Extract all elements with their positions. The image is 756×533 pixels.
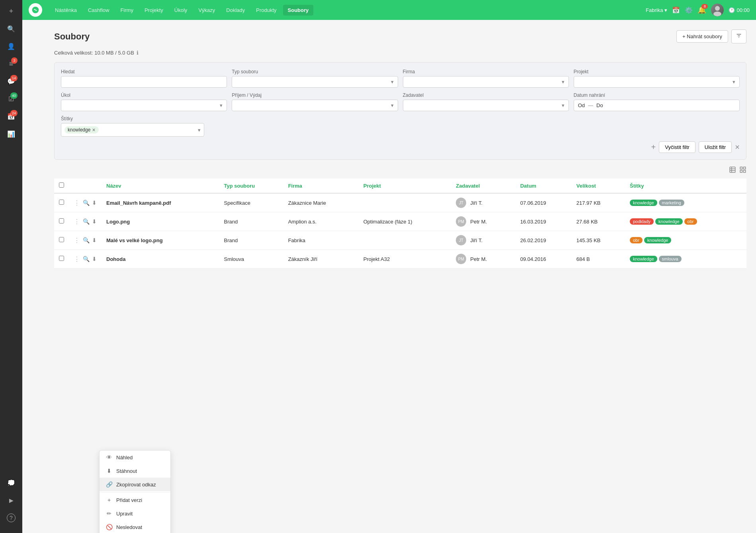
nav-cashflow[interactable]: Cashflow — [83, 5, 114, 16]
dots-menu-1[interactable]: ⋮ — [74, 218, 80, 225]
download-row-3[interactable]: ⬇ — [92, 256, 97, 262]
tag-remove-button[interactable]: × — [92, 127, 95, 133]
info-icon[interactable]: ℹ — [137, 50, 139, 56]
tag-marketing: marketing — [659, 200, 684, 206]
context-nahled-label: Náhled — [116, 455, 133, 460]
datum-nahrani-label: Datum nahrání — [574, 92, 740, 98]
projekt-select[interactable]: ▾ — [574, 76, 740, 88]
table-row: ⋮ 🔍 ⬇ Dohoda Smlouva Zákazník Jiří Proje… — [54, 250, 746, 268]
sidebar-item-expand[interactable]: ▶ — [4, 493, 18, 508]
reports-icon: 📊 — [7, 130, 15, 138]
row-actions-cell-2: ⋮ 🔍 ⬇ — [69, 231, 102, 250]
company-selector[interactable]: Fabrika ▾ — [646, 7, 667, 13]
search-row-2[interactable]: 🔍 — [83, 237, 90, 243]
cell-projekt-3: Projekt A32 — [359, 250, 451, 268]
row-checkbox-2[interactable] — [59, 237, 64, 242]
nav-vykazy[interactable]: Výkazy — [193, 5, 220, 16]
sidebar-item-help[interactable]: ? — [4, 511, 18, 525]
context-pridat-verzi[interactable]: + Přidat verzi — [100, 493, 170, 507]
page-actions: + Nahrát soubory — [676, 29, 746, 43]
clear-filter-button[interactable]: Vyčistit filtr — [659, 141, 695, 153]
context-nesledovat[interactable]: 🚫 Nesledovat — [100, 520, 170, 533]
context-upravit[interactable]: ✏ Upravit — [100, 507, 170, 520]
user-name-0: Jiří T. — [470, 200, 483, 206]
cell-zadavatel-1: PM Petr M. — [451, 212, 515, 231]
save-filter-button[interactable]: Uložit filtr — [699, 141, 732, 153]
nav-firmy[interactable]: Firmy — [115, 5, 138, 16]
filter-zadavatel: Zadavatel ▾ — [403, 92, 569, 111]
cell-type-1: Brand — [219, 212, 283, 231]
sidebar-item-reports[interactable]: 📊 — [4, 127, 18, 141]
sidebar-item-calendar[interactable]: 📅 24 — [4, 109, 18, 123]
download-row-2[interactable]: ⬇ — [92, 237, 97, 243]
stitky-arrow[interactable]: ▾ — [198, 127, 201, 133]
close-filter-button[interactable]: × — [735, 143, 740, 152]
dots-menu-2[interactable]: ⋮ — [74, 237, 80, 244]
sidebar-item-chat[interactable]: 💬 14 — [4, 74, 18, 88]
settings-icon[interactable]: ⚙️ — [685, 6, 693, 14]
sidebar-item-plus[interactable]: + — [4, 4, 18, 18]
context-zkopirovat[interactable]: 🔗 Zkopírovat odkaz — [100, 478, 170, 491]
files-table: Název Typ souboru Firma Projekt Zadavate… — [54, 178, 746, 268]
ukol-select[interactable]: ▾ — [61, 100, 227, 111]
sidebar-item-tasks[interactable]: ☑ 40 — [4, 92, 18, 106]
nav-soubory[interactable]: Soubory — [283, 5, 314, 16]
context-nahled[interactable]: 👁 Náhled — [100, 451, 170, 464]
calendar-nav-icon[interactable]: 📅 — [672, 6, 680, 14]
search-row-3[interactable]: 🔍 — [83, 256, 90, 262]
nav-produkty[interactable]: Produkty — [251, 5, 281, 16]
user-cell-0: JT Jiří T. — [456, 198, 510, 208]
user-avatar[interactable] — [711, 4, 724, 16]
table-row: ⋮ 🔍 ⬇ Logo.png Brand Amplion a.s. Optima… — [54, 212, 746, 231]
nav-ukoly[interactable]: Úkoly — [170, 5, 192, 16]
ukol-label: Úkol — [61, 92, 227, 98]
user-name-1: Petr M. — [470, 219, 487, 225]
row-checkbox-3[interactable] — [59, 256, 64, 261]
search-row-1[interactable]: 🔍 — [83, 218, 90, 225]
user-avatar-3: PM — [456, 254, 466, 264]
upload-button[interactable]: + Nahrát soubory — [676, 30, 728, 43]
typ-souboru-label: Typ souboru — [232, 69, 398, 74]
file-name-2[interactable]: Malé vs velké logo.png — [106, 237, 163, 243]
sidebar-item-speech[interactable]: 💭 — [4, 476, 18, 490]
app-logo[interactable] — [29, 3, 42, 17]
row-checkbox-1[interactable] — [59, 218, 64, 223]
cell-type-2: Brand — [219, 231, 283, 250]
typ-souboru-select[interactable]: ▾ — [232, 76, 398, 88]
grid-view-button[interactable] — [739, 166, 746, 175]
nav-nastenkna[interactable]: Nástěnka — [50, 5, 82, 16]
help-icon: ? — [7, 513, 16, 522]
download-row-0[interactable]: ⬇ — [92, 200, 97, 206]
nav-projekty[interactable]: Projekty — [140, 5, 168, 16]
notifications-button[interactable]: 🔔 8 — [697, 6, 706, 14]
file-name-1[interactable]: Logo.png — [106, 219, 130, 225]
date-range-picker[interactable]: Od — Do — [574, 100, 740, 111]
storage-text: Celková velikost: 10.0 MB / 5.0 GB — [54, 50, 134, 56]
file-name-0[interactable]: Email_Návrh kampaně.pdf — [106, 200, 171, 206]
filter-icon-button[interactable] — [731, 29, 746, 43]
dots-menu-0[interactable]: ⋮ — [74, 199, 80, 207]
download-row-1[interactable]: ⬇ — [92, 218, 97, 225]
clock-icon: 🕐 — [729, 7, 735, 13]
cell-name-2: Malé vs velké logo.png — [102, 231, 219, 250]
sidebar-item-search[interactable]: 🔍 — [4, 22, 18, 36]
file-name-3[interactable]: Dohoda — [106, 256, 125, 262]
stitky-input[interactable]: knowledge × ▾ — [61, 123, 204, 137]
zadavatel-select[interactable]: ▾ — [403, 100, 569, 111]
sidebar-item-list[interactable]: ≡ 3 — [4, 57, 18, 71]
search-row-0[interactable]: 🔍 — [83, 200, 90, 206]
nav-doklady[interactable]: Doklady — [221, 5, 250, 16]
main-content: Soubory + Nahrát soubory Celková velikos… — [45, 20, 756, 533]
user-avatar-2: JT — [456, 235, 466, 245]
dots-menu-3[interactable]: ⋮ — [74, 255, 80, 263]
prijem-vydaj-select[interactable]: ▾ — [232, 100, 398, 111]
context-stahnout[interactable]: ⬇ Stáhnout — [100, 464, 170, 478]
add-filter-button[interactable]: + — [651, 143, 656, 152]
tag-knowledge: knowledge — [655, 218, 683, 225]
row-checkbox-0[interactable] — [59, 200, 64, 205]
select-all-checkbox[interactable] — [59, 182, 64, 188]
firma-select[interactable]: ▾ — [403, 76, 569, 88]
sidebar-item-users[interactable]: 👤 — [4, 39, 18, 53]
table-view-button[interactable] — [729, 166, 736, 175]
hledat-input[interactable] — [61, 76, 227, 88]
